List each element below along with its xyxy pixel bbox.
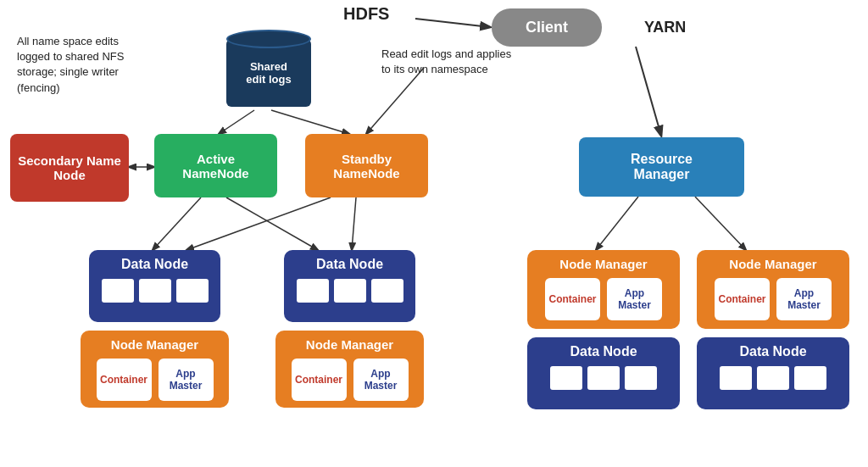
secondary-nn-label: Secondary Name Node <box>10 153 129 182</box>
node-manager-1-label: Node Manager <box>87 337 222 352</box>
hdfs-label: HDFS <box>343 4 389 24</box>
nm-inner-row-4: Container AppMaster <box>715 278 832 320</box>
data-block <box>550 366 582 390</box>
diagram: HDFS YARN Client All name space editslog… <box>0 0 868 467</box>
app-master-box-2: AppMaster <box>353 359 409 401</box>
data-block <box>139 279 171 303</box>
svg-line-4 <box>366 68 424 134</box>
node-manager-4: Node Manager Container AppMaster <box>697 250 849 329</box>
data-block <box>102 279 134 303</box>
left-annotation: All name space editslogged to shared NFS… <box>17 34 165 96</box>
resource-manager: ResourceManager <box>579 137 744 197</box>
container-box-3: Container <box>545 278 600 320</box>
container-box-1: Container <box>97 359 152 401</box>
svg-line-1 <box>636 47 661 136</box>
resource-manager-label: ResourceManager <box>631 152 693 182</box>
data-block <box>334 279 366 303</box>
data-block <box>587 366 620 390</box>
data-node-3-label: Data Node <box>534 344 673 359</box>
data-node-4: Data Node <box>697 337 849 409</box>
data-node-3: Data Node <box>527 337 680 409</box>
data-node-2: Data Node <box>284 250 415 322</box>
client-label: Client <box>526 19 568 36</box>
svg-line-0 <box>415 19 490 27</box>
data-node-1-label: Data Node <box>96 257 214 272</box>
data-node-4-label: Data Node <box>704 344 843 359</box>
svg-line-3 <box>271 110 349 134</box>
container-box-2: Container <box>292 359 347 401</box>
yarn-label: YARN <box>644 19 686 36</box>
client-box: Client <box>492 8 602 47</box>
data-node-1: Data Node <box>89 250 220 322</box>
svg-line-8 <box>186 197 331 250</box>
nm-inner-row-2: Container AppMaster <box>292 359 409 401</box>
node-manager-4-label: Node Manager <box>704 257 843 271</box>
svg-line-7 <box>226 197 318 250</box>
data-block <box>176 279 209 303</box>
svg-line-9 <box>352 197 356 250</box>
app-master-box-3: AppMaster <box>607 278 662 320</box>
data-block <box>297 279 329 303</box>
data-node-2-label: Data Node <box>291 257 409 272</box>
app-master-box-4: AppMaster <box>776 278 832 320</box>
data-block <box>371 279 403 303</box>
nm-inner-row-3: Container AppMaster <box>545 278 662 320</box>
node-manager-3: Node Manager Container AppMaster <box>527 250 680 329</box>
node-manager-3-label: Node Manager <box>534 257 673 271</box>
data-block <box>794 366 826 390</box>
data-block <box>625 366 657 390</box>
app-master-box-1: AppMaster <box>159 359 214 401</box>
shared-edit-logs: Sharededit logs <box>222 25 315 110</box>
node-manager-2: Node Manager Container AppMaster <box>275 331 424 408</box>
standby-nn-label: StandbyNameNode <box>333 152 399 181</box>
node-manager-2-label: Node Manager <box>282 337 417 352</box>
secondary-name-node: Secondary Name Node <box>10 134 129 202</box>
svg-line-6 <box>153 197 201 250</box>
right-annotation: Read edit logs and appliesto its own nam… <box>381 47 542 77</box>
cylinder-label: Sharededit logs <box>231 60 307 86</box>
data-node-3-blocks <box>550 366 657 390</box>
cylinder-top <box>226 30 311 48</box>
active-nn-label: ActiveNameNode <box>182 152 248 181</box>
active-namenode: ActiveNameNode <box>154 134 277 197</box>
container-box-4: Container <box>715 278 770 320</box>
standby-namenode: StandbyNameNode <box>305 134 428 197</box>
data-node-4-blocks <box>720 366 826 390</box>
data-node-2-blocks <box>297 279 403 303</box>
cylinder-body: Sharededit logs <box>226 39 311 107</box>
svg-line-10 <box>596 197 638 250</box>
data-node-1-blocks <box>102 279 209 303</box>
node-manager-1: Node Manager Container AppMaster <box>81 331 229 408</box>
nm-inner-row-1: Container AppMaster <box>97 359 214 401</box>
data-block <box>757 366 789 390</box>
svg-line-11 <box>695 197 746 250</box>
data-block <box>720 366 752 390</box>
svg-line-2 <box>219 110 254 134</box>
